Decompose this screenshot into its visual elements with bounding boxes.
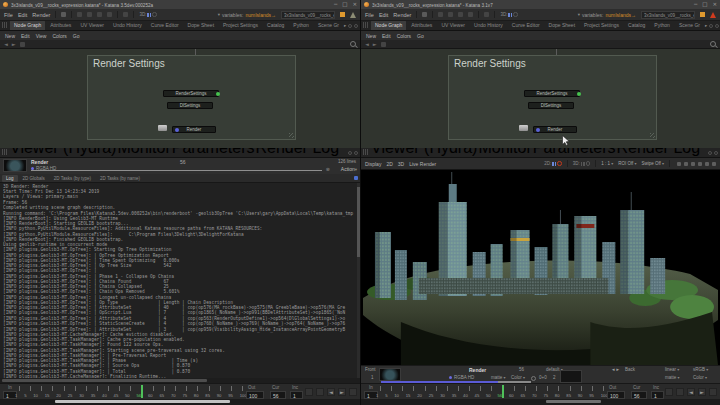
pane-tab[interactable]: Render Log xyxy=(616,148,700,157)
clear-log-icon[interactable]: ⊗ xyxy=(326,166,330,172)
node-rendersettings[interactable]: RenderSettings xyxy=(163,90,219,97)
bookmark-icon[interactable] xyxy=(381,42,386,47)
nodegraph-menu-item[interactable]: New xyxy=(366,33,376,39)
alert-triangle-icon[interactable] xyxy=(710,12,716,18)
node-dlsettings[interactable]: DlSettings xyxy=(167,102,213,109)
add-tab-icon[interactable] xyxy=(348,151,352,155)
pan-handle[interactable] xyxy=(546,400,601,403)
timeline-ruler[interactable] xyxy=(380,386,604,391)
pane-tab[interactable]: Viewer (Hydra) xyxy=(371,148,477,157)
back-matte-dropdown[interactable]: matte xyxy=(665,375,679,380)
swap-buffers-icon[interactable]: ◄► xyxy=(611,367,620,372)
node-edit-flag[interactable] xyxy=(536,128,540,132)
menu-file[interactable]: File xyxy=(365,12,374,18)
grip-icon[interactable] xyxy=(2,149,8,155)
tab[interactable]: Curve Editor xyxy=(508,21,544,30)
lock-icon[interactable] xyxy=(448,12,453,17)
log-tab[interactable]: 2D Globals xyxy=(19,175,49,182)
search-icon[interactable] xyxy=(350,41,356,47)
update-mode-3d[interactable]: 3D: xyxy=(500,12,518,17)
tab[interactable]: Project Settings xyxy=(219,21,262,30)
nodegraph-canvas[interactable]: Render Settings RenderSettings DlSetting… xyxy=(0,49,360,148)
node-render[interactable]: Render xyxy=(533,126,577,133)
timeline-pan-scrollbar[interactable] xyxy=(361,399,720,405)
back-buffer-number[interactable]: 2 xyxy=(553,375,556,380)
zoom-dropdown[interactable]: 1 : 1 xyxy=(601,161,613,166)
nodegraph-menu-item[interactable]: New xyxy=(5,33,15,39)
tab[interactable]: Scene Gr xyxy=(675,21,704,30)
nodegraph-menu-item[interactable]: View xyxy=(36,33,47,39)
monitor-menu-item[interactable]: Display xyxy=(365,161,381,167)
add-tab-icon[interactable] xyxy=(709,24,713,28)
tab[interactable]: Attributes xyxy=(407,21,436,30)
colorspace-srgb-dropdown[interactable]: sRGB xyxy=(693,367,708,372)
tab[interactable]: Undo History xyxy=(470,21,507,30)
nodegraph-menu-item[interactable]: Colors xyxy=(52,33,66,39)
out-field[interactable]: 100 xyxy=(246,391,264,399)
front-buffer-number[interactable]: 1 xyxy=(371,375,374,380)
group-resize-handle[interactable] xyxy=(289,133,294,138)
tab[interactable]: Node Graph xyxy=(371,21,406,30)
monitor-viewport[interactable] xyxy=(361,170,720,365)
monitor-menu-item[interactable]: 2D xyxy=(386,161,392,167)
flag-icon[interactable] xyxy=(97,12,102,17)
menu-file[interactable]: File xyxy=(4,12,13,18)
tab[interactable]: Project Settings xyxy=(580,21,623,30)
stop-render-icon[interactable] xyxy=(586,161,591,166)
tab-overflow-icon[interactable]: ▸ xyxy=(705,23,707,28)
nodegraph-canvas[interactable]: Render Settings RenderSettings DlSetting… xyxy=(361,49,720,148)
gear-icon[interactable] xyxy=(531,376,536,381)
step-back-button[interactable]: ◄ xyxy=(327,388,335,396)
front-thumbnail[interactable] xyxy=(379,368,401,381)
crop-icon[interactable] xyxy=(698,162,702,166)
node-view-flag[interactable] xyxy=(577,92,581,96)
goto-end-button[interactable] xyxy=(709,388,717,396)
node-view-flag[interactable] xyxy=(216,92,220,96)
variable-numislands[interactable]: numIslands→ xyxy=(605,12,636,18)
tab[interactable]: UV Viewer xyxy=(76,21,108,30)
back-thumbnail[interactable] xyxy=(560,370,582,383)
pane-tab[interactable]: Parameters xyxy=(533,148,616,157)
close-icon[interactable]: × xyxy=(352,0,357,9)
tab[interactable]: Catalog xyxy=(624,21,649,30)
menu-render[interactable]: Render xyxy=(393,12,411,18)
flag-icon[interactable] xyxy=(458,12,463,17)
node-render[interactable]: Render xyxy=(172,126,216,133)
update-mode-3d[interactable]: 3D: xyxy=(573,161,591,166)
pane-tab[interactable]: Viewer (Hydra) xyxy=(10,148,116,157)
front-channel[interactable]: RGBA HD xyxy=(449,375,474,380)
tab[interactable]: Undo History xyxy=(109,21,146,30)
inc-field[interactable]: 1 xyxy=(290,391,303,399)
add-tab-icon[interactable] xyxy=(348,24,352,28)
titlebar[interactable]: 3x3islands_v09__rocks_expression.katana*… xyxy=(0,0,360,9)
titlebar[interactable]: 3x3islands_v09__rocks_expression.katana*… xyxy=(361,0,720,9)
pane-menu-icon[interactable] xyxy=(354,24,358,28)
clapper-icon[interactable] xyxy=(123,12,128,17)
nodegraph-menu-item[interactable]: Go xyxy=(417,33,424,39)
minimize-icon[interactable]: ─ xyxy=(694,0,697,9)
variable-numislands[interactable]: numIslands→ xyxy=(245,12,276,18)
gear-icon[interactable] xyxy=(422,12,427,17)
playhead[interactable] xyxy=(502,385,504,398)
gear-icon[interactable] xyxy=(61,12,66,17)
alert-triangle-icon[interactable] xyxy=(350,12,356,18)
grip-icon[interactable] xyxy=(363,22,369,28)
loop-button[interactable] xyxy=(316,388,324,396)
nodegraph-menu-item[interactable]: Go xyxy=(73,33,80,39)
playhead[interactable] xyxy=(141,385,143,398)
monitor-menu-item[interactable]: Live Render xyxy=(409,161,436,167)
tab[interactable]: Catalog xyxy=(263,21,288,30)
tab-overflow-icon[interactable]: ▸ xyxy=(344,23,346,28)
out-field[interactable]: 100 xyxy=(607,391,625,399)
filename-field[interactable]: 3x3islands_v09__rocks_ex xyxy=(281,11,335,19)
refresh-icon[interactable] xyxy=(438,12,443,17)
cancel-render-icon[interactable] xyxy=(557,161,562,166)
pane-tab[interactable]: Render Log xyxy=(255,148,339,157)
pane-tab[interactable]: Parameters xyxy=(172,148,255,157)
layers-icon[interactable] xyxy=(712,162,716,166)
step-forward-button[interactable]: ► xyxy=(698,388,706,396)
timeline-ruler[interactable] xyxy=(19,386,243,391)
tab[interactable]: Python xyxy=(650,21,674,30)
menu-render[interactable]: Render xyxy=(32,12,50,18)
grip-icon[interactable] xyxy=(2,22,8,28)
